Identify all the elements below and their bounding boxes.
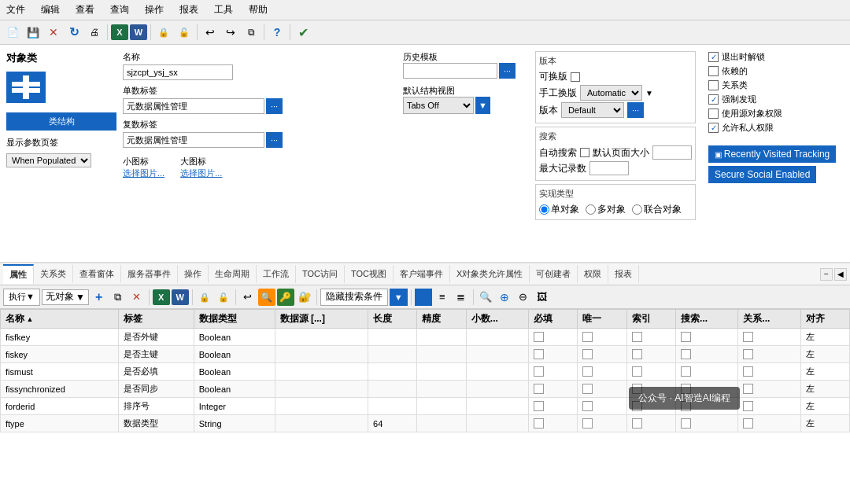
tab-client-events[interactable]: 客户端事件 xyxy=(394,265,450,283)
multi-tag-input[interactable] xyxy=(123,132,264,148)
tab-creators[interactable]: 可创建者 xyxy=(530,265,578,283)
search-checkbox[interactable] xyxy=(681,418,691,429)
align-left-button[interactable]: ≡ xyxy=(434,289,451,306)
relation-checkbox[interactable] xyxy=(743,418,753,429)
table-row[interactable]: fismust是否必填Boolean左 xyxy=(1,363,850,381)
redo-button[interactable] xyxy=(221,23,240,42)
menu-file[interactable]: 文件 xyxy=(3,2,28,18)
tab-permissions[interactable]: 权限 xyxy=(578,265,608,283)
index-checkbox[interactable] xyxy=(632,366,642,377)
lock2-button[interactable] xyxy=(196,289,213,306)
version-dots-button[interactable]: ··· xyxy=(627,102,644,118)
table-row[interactable]: fisfkey是否外键Boolean左 xyxy=(1,329,850,346)
table-row[interactable]: ftype数据类型String64左 xyxy=(1,415,850,432)
unique-checkbox[interactable] xyxy=(582,384,593,394)
relation-checkbox[interactable] xyxy=(743,401,753,411)
add-row-button[interactable]: + xyxy=(91,289,108,306)
word2-button[interactable]: W xyxy=(172,289,189,305)
union-object-option[interactable]: 联合对象 xyxy=(632,203,682,216)
tab-relations[interactable]: 关系类 xyxy=(34,265,73,283)
align-right-button[interactable]: ≣ xyxy=(453,289,470,306)
plus-circle-button[interactable] xyxy=(496,289,513,306)
required-checkbox[interactable] xyxy=(534,366,544,377)
print-button[interactable] xyxy=(85,23,104,42)
multi-object-option[interactable]: 多对象 xyxy=(586,203,626,216)
hide-search-dropdown-button[interactable]: ▼ xyxy=(390,289,408,306)
tab-allowed-attrs[interactable]: X对象类允许属性 xyxy=(450,265,530,283)
force-discover-checkbox[interactable] xyxy=(708,94,719,105)
no-object-button[interactable]: 无对象 ▼ xyxy=(42,289,89,305)
exit-unlock-checkbox[interactable] xyxy=(708,52,719,62)
relation-checkbox[interactable] xyxy=(743,366,753,377)
menu-tools[interactable]: 工具 xyxy=(211,2,236,18)
use-source-perm-checkbox[interactable] xyxy=(708,109,719,119)
relation-checkbox[interactable] xyxy=(743,332,753,342)
tab-view-forms[interactable]: 查看窗体 xyxy=(73,265,121,283)
large-icon-link[interactable]: 选择图片... xyxy=(180,168,222,178)
tab-lifecycle[interactable]: 生命周期 xyxy=(209,265,257,283)
dependent-checkbox[interactable] xyxy=(708,66,719,76)
unique-checkbox[interactable] xyxy=(582,332,593,342)
copy-button[interactable] xyxy=(242,23,261,42)
search2-button[interactable]: 🔍 xyxy=(477,289,494,306)
index-checkbox[interactable] xyxy=(632,418,642,429)
default-page-size-input[interactable] xyxy=(652,145,692,160)
required-checkbox[interactable] xyxy=(534,384,544,394)
required-checkbox[interactable] xyxy=(534,332,544,342)
new-button[interactable] xyxy=(3,23,22,42)
close-button[interactable]: ✕ xyxy=(44,23,63,42)
undo2-button[interactable]: ↩ xyxy=(239,289,257,306)
recently-visited-button[interactable]: ▣ Recently Visited Tracking xyxy=(708,145,836,163)
relation-class-checkbox[interactable] xyxy=(708,80,719,90)
multi-tag-dots-button[interactable]: ··· xyxy=(266,132,283,148)
table-row[interactable]: fiskey是否主键Boolean左 xyxy=(1,346,850,363)
allow-private-perm-checkbox[interactable] xyxy=(708,123,719,133)
tab-nav-minus[interactable]: − xyxy=(820,268,833,281)
required-checkbox[interactable] xyxy=(534,401,544,411)
relation-checkbox[interactable] xyxy=(743,349,753,359)
single-tag-input[interactable] xyxy=(123,98,264,114)
tab-server-events[interactable]: 服务器事件 xyxy=(121,265,178,283)
key-icon-button[interactable]: 🔑 xyxy=(277,289,294,306)
class-struct-button[interactable]: 类结构 xyxy=(6,112,116,131)
excel2-button[interactable]: X xyxy=(153,289,170,305)
unlock-button[interactable] xyxy=(175,23,194,42)
auto-search-checkbox[interactable] xyxy=(580,148,589,157)
replaceable-checkbox[interactable] xyxy=(571,72,580,82)
small-icon-link[interactable]: 选择图片... xyxy=(123,168,164,178)
relation-checkbox[interactable] xyxy=(743,384,753,394)
check-button[interactable] xyxy=(294,23,312,42)
name-input[interactable] xyxy=(123,64,233,80)
struct-view-dropdown-button[interactable]: ▼ xyxy=(475,97,490,114)
required-checkbox[interactable] xyxy=(534,418,544,429)
max-records-input[interactable] xyxy=(589,161,629,175)
default-struct-view-select[interactable]: Tabs Off Tabs On xyxy=(403,97,474,114)
version-select[interactable]: Default xyxy=(561,102,624,118)
minus-circle-button[interactable]: ⊖ xyxy=(515,289,532,306)
help-button[interactable] xyxy=(268,23,286,42)
when-populated-dropdown[interactable]: When Populated Always Never xyxy=(6,153,91,167)
unlock2-button[interactable] xyxy=(215,289,232,306)
excel-button[interactable]: X xyxy=(111,24,128,40)
unique-checkbox[interactable] xyxy=(582,418,593,429)
menu-view[interactable]: 查看 xyxy=(72,2,98,18)
unique-checkbox[interactable] xyxy=(582,401,593,411)
tab-attributes[interactable]: 属性 xyxy=(3,264,34,284)
single-object-option[interactable]: 单对象 xyxy=(539,203,579,216)
required-checkbox[interactable] xyxy=(534,349,544,359)
search-checkbox[interactable] xyxy=(681,349,691,359)
hide-search-button[interactable]: 隐藏搜索条件 xyxy=(320,289,388,306)
menu-edit[interactable]: 编辑 xyxy=(38,2,63,18)
save-button[interactable] xyxy=(24,23,42,42)
delete-row-button[interactable]: ✕ xyxy=(128,289,146,306)
search-icon-button[interactable]: 🔍 xyxy=(258,289,275,306)
menu-query[interactable]: 查询 xyxy=(107,2,132,18)
manual-version-select[interactable]: Automatic Manual xyxy=(580,85,642,101)
lock-button[interactable] xyxy=(154,23,173,42)
tab-workflow[interactable]: 工作流 xyxy=(257,265,296,283)
unique-checkbox[interactable] xyxy=(582,366,593,377)
tab-operations[interactable]: 操作 xyxy=(178,265,209,283)
menu-report[interactable]: 报表 xyxy=(176,2,201,18)
tab-reports[interactable]: 报表 xyxy=(608,265,639,283)
search-checkbox[interactable] xyxy=(681,332,691,342)
